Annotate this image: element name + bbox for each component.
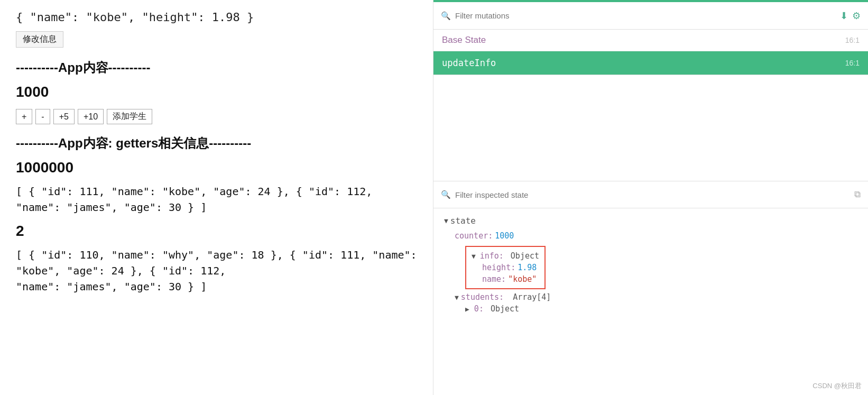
name-val: "kobe" <box>508 274 537 284</box>
array-display-2: [ { "id": 110, "name": "why", "age": 18 … <box>16 247 417 295</box>
counter-tree-val: 1000 <box>495 231 514 241</box>
base-state-label: Base State <box>442 35 486 45</box>
state-tree: ▼ state counter: 1000 ▼ info: Object hei… <box>433 208 868 395</box>
info-arrow: ▼ <box>472 252 480 260</box>
mutations-list: Base State 16:1 updateInfo 16:1 <box>433 30 868 75</box>
mutations-empty-space <box>433 75 868 181</box>
counter-key: counter: <box>455 231 493 241</box>
obj-type: Object <box>486 304 519 314</box>
info-type: Object <box>506 251 539 261</box>
students-type: Array[4] <box>508 292 551 302</box>
counter-tree-row: counter: 1000 <box>444 230 857 242</box>
filter-inspected-input[interactable] <box>455 190 850 199</box>
copy-icon[interactable]: ⧉ <box>854 189 861 200</box>
btn-plus[interactable]: + <box>16 109 32 124</box>
filter-mutations-input[interactable] <box>455 11 836 20</box>
name-key: name: <box>482 274 506 284</box>
btn-plus5[interactable]: +5 <box>53 109 75 124</box>
info-header-row: ▼ info: Object <box>472 250 539 262</box>
csdn-watermark: CSDN @秋田君 <box>812 381 862 391</box>
base-state-time: 16:1 <box>845 36 860 44</box>
left-panel: { "name": "kobe", "height": 1.98 } 修改信息 … <box>0 0 433 395</box>
btn-add-student[interactable]: 添加学生 <box>107 109 152 124</box>
obj-arrow: ▶ <box>465 305 469 313</box>
height-val: 1.98 <box>518 263 537 272</box>
getter-value: 1000000 <box>16 159 417 176</box>
settings-icon[interactable]: ⚙ <box>852 10 861 22</box>
filter-mutations-bar: 🔍 ⬇ ⚙ <box>433 2 868 30</box>
students-arrow: ▼ <box>455 293 459 301</box>
info-box: ▼ info: Object height: 1.98 name: "kobe" <box>465 246 546 289</box>
app-divider-1: ----------App内容---------- <box>16 59 417 76</box>
info-object-container: ▼ info: Object height: 1.98 name: "kobe" <box>455 244 857 291</box>
state-arrow: ▼ <box>444 217 448 225</box>
json-display: { "name": "kobe", "height": 1.98 } <box>16 11 417 24</box>
btn-minus[interactable]: - <box>35 109 50 124</box>
search-mutations-icon: 🔍 <box>441 11 451 21</box>
obj-row: ▶ 0: Object <box>444 303 857 315</box>
mutation-time: 16:1 <box>845 59 860 67</box>
height-key: height: <box>482 263 515 272</box>
info-key: info: <box>480 251 504 261</box>
state-section-label: ▼ state <box>444 216 857 226</box>
small-number: 2 <box>16 223 417 240</box>
search-inspected-icon: 🔍 <box>441 190 451 199</box>
mutation-name: updateInfo <box>442 58 496 68</box>
filter-inspected-bar: 🔍 ⧉ <box>433 181 868 208</box>
array-display-1: [ { "id": 111, "name": "kobe", "age": 24… <box>16 183 417 215</box>
app-divider-2: ----------App内容: getters相关信息---------- <box>16 135 417 152</box>
state-label-text: state <box>450 216 476 226</box>
array2-line2: "name": "james", "age": 30 } ] <box>16 280 207 293</box>
array2-line1: [ { "id": 110, "name": "why", "age": 18 … <box>16 249 417 277</box>
modify-button[interactable]: 修改信息 <box>16 31 63 48</box>
counter-display: 1000 <box>16 84 417 100</box>
height-row: height: 1.98 <box>472 262 539 273</box>
students-key: students: <box>461 292 504 302</box>
counter-buttons: + - +5 +10 添加学生 <box>16 109 417 124</box>
base-state-row[interactable]: Base State 16:1 <box>433 30 868 51</box>
name-row: name: "kobe" <box>472 273 539 285</box>
mutation-row-active[interactable]: updateInfo 16:1 <box>433 51 868 75</box>
btn-plus10[interactable]: +10 <box>78 109 104 124</box>
obj-key: 0: <box>469 304 484 314</box>
students-label-row: ▼ students: Array[4] <box>444 291 857 303</box>
right-panel: 🔍 ⬇ ⚙ Base State 16:1 updateInfo 16:1 🔍 … <box>433 0 868 395</box>
download-icon[interactable]: ⬇ <box>840 10 848 22</box>
